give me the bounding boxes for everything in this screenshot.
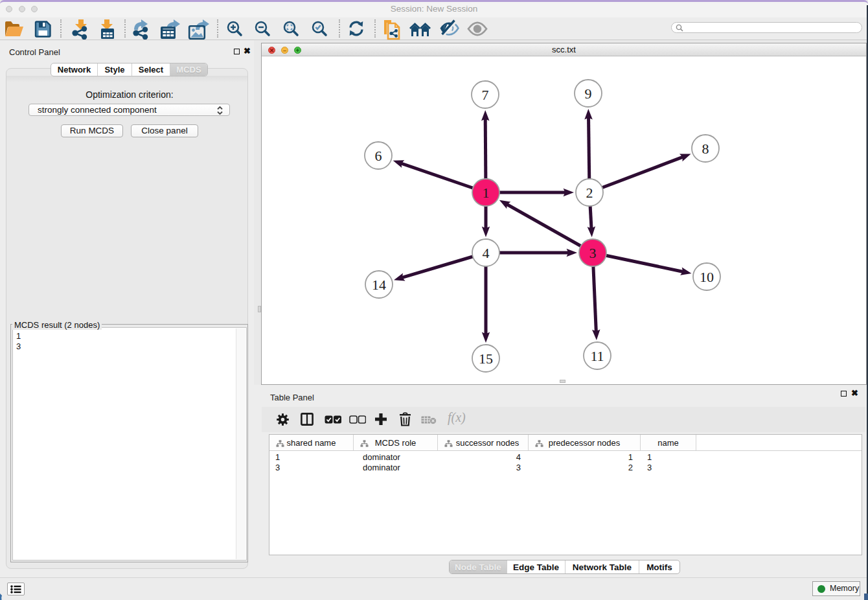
svg-text:15: 15 <box>479 351 493 367</box>
svg-text:8: 8 <box>702 141 709 157</box>
svg-text:2: 2 <box>586 185 593 201</box>
svg-text:3: 3 <box>589 245 597 261</box>
svg-text:4: 4 <box>483 245 490 261</box>
svg-text:6: 6 <box>375 148 382 164</box>
svg-text:14: 14 <box>372 277 386 293</box>
svg-text:9: 9 <box>585 86 592 102</box>
svg-text:11: 11 <box>590 348 604 364</box>
svg-text:7: 7 <box>482 87 489 103</box>
svg-text:10: 10 <box>700 269 714 285</box>
svg-text:1: 1 <box>483 185 490 201</box>
